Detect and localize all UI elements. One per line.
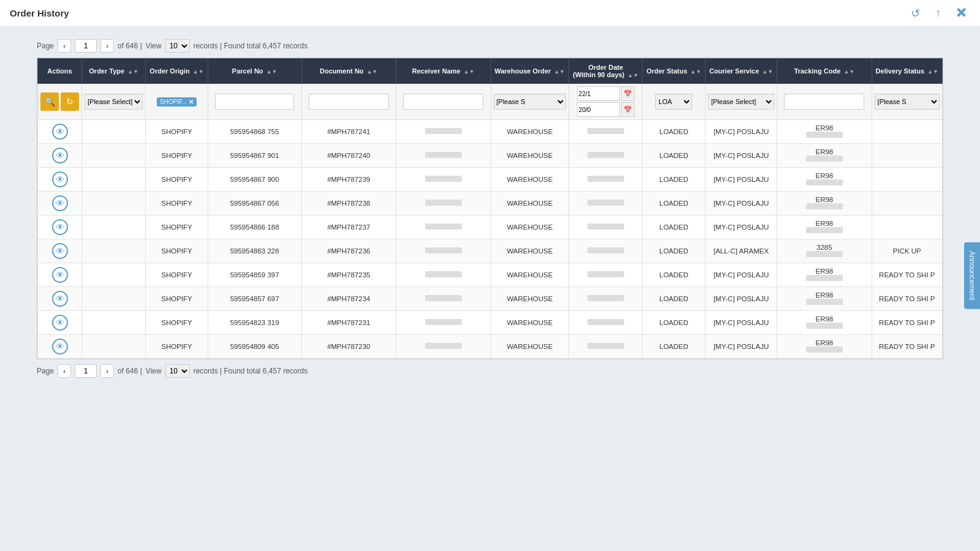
row-order-type (82, 311, 146, 335)
order-origin-tag-remove[interactable]: ✕ (189, 99, 194, 105)
row-tracking-code: ER98 (777, 287, 872, 311)
row-order-origin: SHOPIFY (146, 216, 208, 239)
row-order-origin: SHOPIFY (146, 311, 208, 335)
col-document-no[interactable]: Document No ▲▼ (301, 59, 396, 84)
tracking-code-filter[interactable] (784, 94, 864, 110)
receiver-name-filter[interactable] (403, 94, 483, 110)
row-order-type (82, 239, 146, 263)
prev-page-btn-bottom[interactable]: ‹ (58, 364, 71, 378)
view-btn[interactable]: 👁 (52, 124, 68, 140)
order-status-filter[interactable]: LOA LOADED (655, 94, 692, 110)
announcement-tab[interactable]: Announcement (964, 242, 980, 309)
date-from-input[interactable] (577, 86, 620, 101)
col-tracking-code[interactable]: Tracking Code ▲▼ (777, 59, 872, 84)
view-count-select-bottom[interactable]: 10 25 50 (165, 364, 190, 378)
top-bar-icons: ↺ ↑ 🗙 (907, 5, 970, 22)
row-delivery-status (872, 144, 942, 168)
filter-receiver-name (396, 84, 491, 120)
filter-order-date: 📅 📅 (569, 84, 643, 120)
view-btn[interactable]: 👁 (52, 291, 68, 307)
col-parcel-no[interactable]: Parcel No ▲▼ (208, 59, 301, 84)
col-receiver-name[interactable]: Receiver Name ▲▼ (396, 59, 491, 84)
close-icon[interactable]: 🗙 (953, 5, 970, 22)
row-parcel-no: 595954859 397 (208, 263, 301, 287)
prev-page-btn[interactable]: ‹ (58, 39, 71, 53)
row-warehouse-order: WAREHOUSE (491, 287, 569, 311)
row-courier-service: [MY-C] POSLAJU (705, 263, 777, 287)
col-delivery-status[interactable]: Delivery Status ▲▼ (872, 59, 942, 84)
date-to-cal-btn[interactable]: 📅 (621, 102, 635, 117)
refresh-icon[interactable]: ↺ (907, 5, 924, 22)
row-order-date (569, 216, 643, 239)
reset-button[interactable]: ↻ (61, 92, 79, 111)
col-warehouse-order[interactable]: Warehouse Order ▲▼ (491, 59, 569, 84)
parcel-no-filter[interactable] (215, 94, 295, 110)
blurred-receiver (425, 247, 462, 253)
table-row: 👁SHOPIFY595954868 755#MPH787241 WAREHOUS… (38, 120, 943, 144)
col-order-status[interactable]: Order Status ▲▼ (643, 59, 706, 84)
view-btn[interactable]: 👁 (52, 267, 68, 283)
row-tracking-code: ER98 (777, 144, 872, 168)
row-document-no: #MPH787235 (301, 263, 396, 287)
next-page-btn-bottom[interactable]: › (100, 364, 114, 378)
col-order-type[interactable]: Order Type ▲▼ (82, 59, 146, 84)
date-to-input[interactable] (577, 102, 620, 117)
row-warehouse-order: WAREHOUSE (491, 144, 569, 168)
order-type-filter[interactable]: [Please Select] (85, 94, 143, 110)
row-order-origin: SHOPIFY (146, 287, 208, 311)
date-from-cal-btn[interactable]: 📅 (621, 86, 635, 101)
view-btn[interactable]: 👁 (52, 315, 68, 331)
blurred-tracking (806, 299, 843, 305)
col-order-origin[interactable]: Order Origin ▲▼ (146, 59, 208, 84)
row-order-status: LOADED (643, 192, 706, 216)
row-delivery-status: READY TO SHI P (872, 335, 942, 359)
row-order-type (82, 263, 146, 287)
row-courier-service: [MY-C] POSLAJU (705, 144, 777, 168)
delivery-status-filter[interactable]: [Please S (875, 94, 940, 110)
view-btn[interactable]: 👁 (52, 219, 68, 235)
view-btn[interactable]: 👁 (52, 171, 68, 187)
filter-order-type: [Please Select] (82, 84, 146, 120)
row-parcel-no: 595954823 319 (208, 311, 301, 335)
view-btn[interactable]: 👁 (52, 195, 68, 211)
records-label-bottom: records | Found total 6,457 records (194, 367, 308, 375)
row-receiver-name (396, 311, 491, 335)
order-origin-tag-label: SHOPIF... (160, 99, 187, 105)
row-tracking-code: ER98 (777, 192, 872, 216)
courier-service-filter[interactable]: [Please Select] (708, 94, 774, 110)
page-number-input-bottom[interactable] (75, 364, 97, 378)
row-order-date (569, 192, 643, 216)
page-number-input[interactable] (75, 39, 97, 53)
row-warehouse-order: WAREHOUSE (491, 239, 569, 263)
document-no-filter[interactable] (309, 94, 389, 110)
row-order-status: LOADED (643, 263, 706, 287)
blurred-receiver (425, 128, 462, 134)
col-order-date[interactable]: Order Date(Within 90 days) ▲▼ (569, 59, 643, 84)
table-row: 👁SHOPIFY595954866 188#MPH787237 WAREHOUS… (38, 216, 943, 239)
view-btn[interactable]: 👁 (52, 243, 68, 259)
filter-document-no (301, 84, 396, 120)
col-courier-service[interactable]: Courier Service ▲▼ (705, 59, 777, 84)
upload-icon[interactable]: ↑ (930, 5, 947, 22)
row-order-date (569, 287, 643, 311)
row-order-status: LOADED (643, 168, 706, 192)
page-label-bottom: Page (37, 367, 54, 375)
view-btn[interactable]: 👁 (52, 148, 68, 163)
filter-row: 🔍 ↻ [Please Select] SHOPIF... ✕ (38, 84, 943, 120)
row-courier-service: [MY-C] POSLAJU (705, 311, 777, 335)
row-document-no: #MPH787238 (301, 192, 396, 216)
view-count-select[interactable]: 10 25 50 (165, 39, 190, 53)
table-row: 👁SHOPIFY595954859 397#MPH787235 WAREHOUS… (38, 263, 943, 287)
row-delivery-status: READY TO SHI P (872, 263, 942, 287)
warehouse-order-filter[interactable]: [Please S (494, 94, 567, 110)
blurred-date (587, 152, 624, 158)
next-page-btn[interactable]: › (100, 39, 114, 53)
row-order-status: LOADED (643, 311, 706, 335)
blurred-date (587, 319, 624, 325)
search-button[interactable]: 🔍 (40, 92, 59, 111)
filter-order-status: LOA LOADED (643, 84, 706, 120)
table-row: 👁SHOPIFY595954867 901#MPH787240 WAREHOUS… (38, 144, 943, 168)
view-btn[interactable]: 👁 (52, 339, 68, 354)
order-origin-tag: SHOPIF... ✕ (157, 97, 197, 107)
row-order-origin: SHOPIFY (146, 144, 208, 168)
